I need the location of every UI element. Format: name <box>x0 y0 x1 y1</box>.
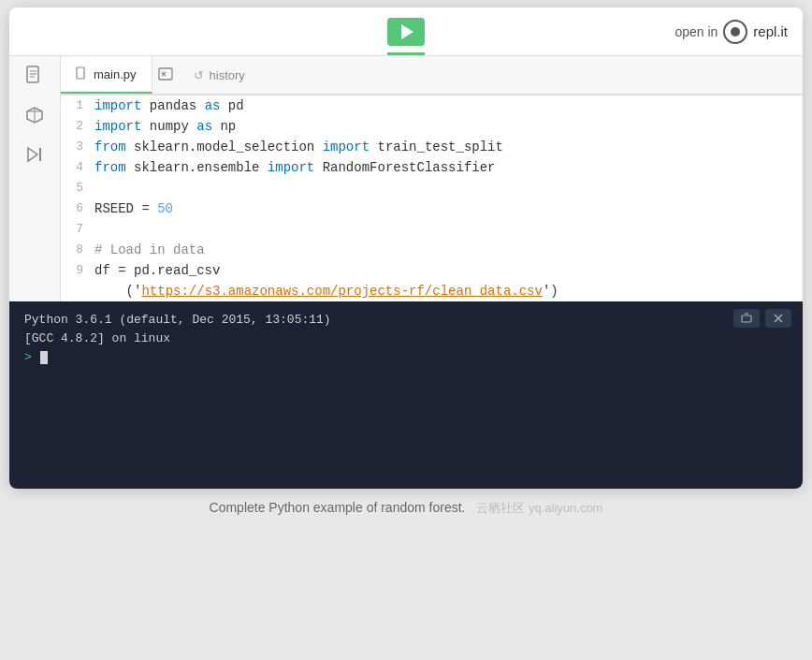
code-line-4: 4 from sklearn.ensemble import RandomFor… <box>61 157 803 178</box>
svg-rect-11 <box>77 67 84 79</box>
svg-rect-12 <box>159 68 172 80</box>
csv-link[interactable]: https://s3.amazonaws.com/projects-rf/cle… <box>141 284 542 299</box>
terminal-line-1: Python 3.6.1 (default, Dec 2015, 13:05:1… <box>24 311 788 330</box>
code-line-9: 9 df = pd.read_csv <box>61 260 803 281</box>
run-indicator <box>387 52 425 55</box>
watermark: 云栖社区 yq.aliyun.com <box>476 501 602 515</box>
code-editor[interactable]: 1 import pandas as pd 2 import numpy as … <box>61 95 803 301</box>
code-line-1: 1 import pandas as pd <box>61 95 803 116</box>
run-button[interactable] <box>387 18 425 46</box>
open-in-label: open in <box>674 24 718 39</box>
terminal-toolbar <box>733 309 791 328</box>
code-line-3: 3 from sklearn.model_selection import tr… <box>61 137 803 157</box>
file-tab-icon <box>76 66 88 82</box>
tab-main-py[interactable]: main.py <box>61 56 152 94</box>
code-line-8: 8 # Load in data <box>61 240 803 260</box>
history-icon: ↺ <box>194 68 204 82</box>
terminal-close-button[interactable] <box>765 309 791 328</box>
svg-point-1 <box>731 27 740 37</box>
svg-marker-9 <box>28 148 37 161</box>
file-icon[interactable] <box>26 66 43 89</box>
tab-history-label: history <box>210 68 245 82</box>
console-icon <box>158 67 173 83</box>
code-line-6: 6 RSEED = 50 <box>61 198 803 219</box>
code-line-7: 7 <box>61 219 803 240</box>
terminal-cursor <box>40 351 48 364</box>
replit-logo-icon <box>723 20 747 44</box>
top-bar: open in repl.it <box>9 7 803 56</box>
code-line-2: 2 import numpy as np <box>61 116 803 137</box>
package-icon[interactable] <box>25 106 44 129</box>
tab-bar: main.py ↺ history <box>61 56 803 95</box>
code-line-5: 5 <box>61 178 803 198</box>
terminal-prompt-line[interactable]: > <box>24 348 788 367</box>
terminal: Python 3.6.1 (default, Dec 2015, 13:05:1… <box>9 301 803 489</box>
tab-history[interactable]: ↺ history <box>179 56 260 94</box>
sidebar <box>9 56 61 301</box>
terminal-prompt: > <box>24 350 32 364</box>
tab-console[interactable] <box>152 56 179 94</box>
terminal-expand-button[interactable] <box>733 309 760 328</box>
terminal-line-2: [GCC 4.8.2] on linux <box>24 330 788 348</box>
run-icon <box>401 24 413 39</box>
caption: Complete Python example of random forest… <box>210 489 603 522</box>
svg-rect-15 <box>742 315 751 322</box>
code-line-9-cont: ('https://s3.amazonaws.com/projects-rf/c… <box>61 281 803 301</box>
open-in-replit[interactable]: open in repl.it <box>674 20 788 44</box>
tab-main-label: main.py <box>94 67 137 81</box>
step-icon[interactable] <box>25 146 44 168</box>
replit-label: repl.it <box>753 23 788 39</box>
caption-text: Complete Python example of random forest… <box>210 500 466 515</box>
